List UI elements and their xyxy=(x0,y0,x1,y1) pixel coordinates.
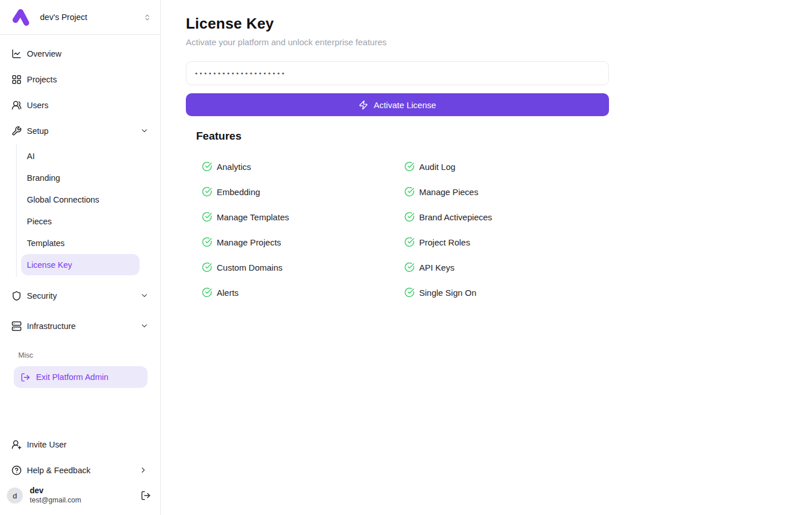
feature-item: Audit Log xyxy=(404,154,607,179)
invite-user-button[interactable]: Invite User xyxy=(7,431,152,457)
feature-label: Alerts xyxy=(217,288,238,298)
sidebar-item-infrastructure[interactable]: Infrastructure xyxy=(7,313,153,339)
feature-label: Audit Log xyxy=(419,162,455,172)
chart-line-icon xyxy=(11,49,22,59)
check-circle-icon xyxy=(404,187,415,197)
users-icon xyxy=(11,100,22,110)
chevron-down-icon xyxy=(140,322,149,330)
sidebar-item-label: Overview xyxy=(27,49,61,58)
feature-label: Single Sign On xyxy=(419,288,476,298)
check-circle-icon xyxy=(404,237,415,247)
sidebar-subitem-license-key[interactable]: License Key xyxy=(21,254,140,275)
feature-label: Embedding xyxy=(217,187,260,197)
misc-section-label: Misc xyxy=(14,351,148,359)
exit-platform-admin-button[interactable]: Exit Platform Admin xyxy=(14,366,148,388)
server-icon xyxy=(11,321,22,331)
page-subtitle: Activate your platform and unlock enterp… xyxy=(186,37,812,47)
check-circle-icon xyxy=(202,262,212,272)
sidebar-bottom: Invite User Help & Feedback d dev test@g… xyxy=(0,431,160,515)
feature-label: API Keys xyxy=(419,263,455,272)
feature-label: Manage Projects xyxy=(217,237,281,247)
help-circle-icon xyxy=(11,465,22,476)
check-circle-icon xyxy=(202,237,212,247)
feature-label: Custom Domains xyxy=(217,263,282,272)
feature-item: Manage Templates xyxy=(202,204,404,229)
sidebar-item-projects[interactable]: Projects xyxy=(7,66,153,92)
feature-item: Brand Activepieces xyxy=(404,204,607,229)
chevron-right-icon xyxy=(139,466,148,474)
sidebar-item-label: Projects xyxy=(27,75,57,84)
feature-item: Project Roles xyxy=(404,229,607,255)
feature-label: Brand Activepieces xyxy=(419,212,492,222)
check-circle-icon xyxy=(404,212,415,222)
sidebar-subitem-global-connections[interactable]: Global Connections xyxy=(21,189,140,210)
sidebar-nav: Overview Projects Users Setup AIBranding… xyxy=(0,35,160,388)
sidebar-item-security[interactable]: Security xyxy=(7,283,153,308)
feature-item: Alerts xyxy=(202,280,404,305)
features-col-right: Audit LogManage PiecesBrand Activepieces… xyxy=(404,154,607,305)
feature-label: Manage Templates xyxy=(217,212,289,222)
check-circle-icon xyxy=(202,187,212,197)
features-grid: AnalyticsEmbeddingManage TemplatesManage… xyxy=(202,154,812,305)
user-account-row[interactable]: d dev test@gmail.com xyxy=(7,483,152,508)
feature-label: Project Roles xyxy=(419,237,470,247)
sidebar-subitem-branding[interactable]: Branding xyxy=(21,167,140,188)
activepieces-logo xyxy=(10,8,31,26)
sidebar-item-users[interactable]: Users xyxy=(7,92,153,118)
zap-icon xyxy=(359,100,368,110)
feature-item: Manage Projects xyxy=(202,229,404,255)
activate-license-button[interactable]: Activate License xyxy=(186,93,609,116)
sidebar-item-label: Infrastructure xyxy=(27,322,75,331)
sidebar-item-label: Users xyxy=(27,101,49,110)
feature-item: Single Sign On xyxy=(404,280,607,305)
features-title: Features xyxy=(196,130,812,142)
help-feedback-button[interactable]: Help & Feedback xyxy=(7,457,152,483)
feature-item: Manage Pieces xyxy=(404,179,607,204)
feature-item: Embedding xyxy=(202,179,404,204)
shield-icon xyxy=(11,291,22,301)
feature-label: Manage Pieces xyxy=(419,187,478,197)
layout-grid-icon xyxy=(11,74,22,85)
main-content: License Key Activate your platform and u… xyxy=(161,0,812,515)
feature-item: API Keys xyxy=(404,255,607,280)
project-switcher[interactable]: dev's Project xyxy=(0,0,160,35)
activate-license-label: Activate License xyxy=(373,100,436,110)
page-title: License Key xyxy=(186,15,812,33)
sidebar-item-label: Security xyxy=(27,291,57,300)
sidebar: dev's Project Overview Projects Users Se… xyxy=(0,0,161,515)
check-circle-icon xyxy=(202,212,212,222)
user-email: test@gmail.com xyxy=(30,496,81,505)
check-circle-icon xyxy=(404,287,415,298)
logout-button[interactable] xyxy=(141,490,151,501)
check-circle-icon xyxy=(202,161,212,172)
sidebar-item-overview[interactable]: Overview xyxy=(7,41,153,66)
sidebar-subitem-templates[interactable]: Templates xyxy=(21,232,140,253)
app: dev's Project Overview Projects Users Se… xyxy=(0,0,812,515)
log-out-icon xyxy=(141,490,151,501)
chevrons-up-down-icon xyxy=(144,14,151,21)
chevron-down-icon xyxy=(140,291,149,300)
sidebar-item-setup[interactable]: Setup xyxy=(7,118,153,144)
license-key-input[interactable] xyxy=(186,61,609,85)
wrench-icon xyxy=(11,126,22,136)
invite-user-label: Invite User xyxy=(27,440,66,449)
chevron-down-icon xyxy=(140,126,149,135)
feature-label: Analytics xyxy=(217,162,251,172)
feature-item: Custom Domains xyxy=(202,255,404,280)
user-plus-icon xyxy=(11,439,22,450)
setup-submenu: AIBrandingGlobal ConnectionsPiecesTempla… xyxy=(16,144,153,277)
exit-platform-admin-label: Exit Platform Admin xyxy=(36,373,109,382)
check-circle-icon xyxy=(404,161,415,172)
project-name: dev's Project xyxy=(40,13,87,22)
avatar: d xyxy=(7,488,23,504)
sidebar-subitem-pieces[interactable]: Pieces xyxy=(21,211,140,232)
check-circle-icon xyxy=(202,287,212,298)
help-feedback-label: Help & Feedback xyxy=(27,466,90,475)
sidebar-item-label: Setup xyxy=(27,126,49,136)
features-col-left: AnalyticsEmbeddingManage TemplatesManage… xyxy=(202,154,404,305)
log-out-icon xyxy=(21,373,30,382)
user-name: dev xyxy=(30,486,81,496)
sidebar-subitem-ai[interactable]: AI xyxy=(21,145,140,167)
feature-item: Analytics xyxy=(202,154,404,179)
check-circle-icon xyxy=(404,262,415,272)
